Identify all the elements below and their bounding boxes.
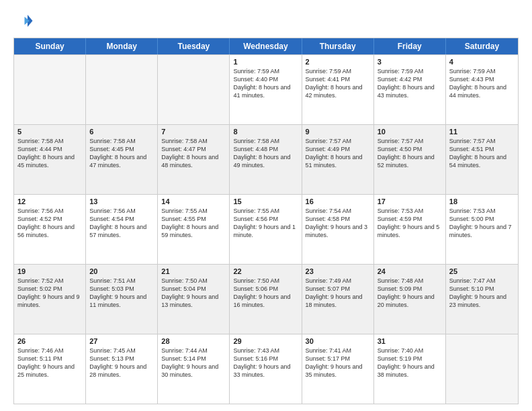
- day-number: 7: [161, 128, 226, 136]
- calendar-cell: 22Sunrise: 7:50 AM Sunset: 5:06 PM Dayli…: [230, 265, 302, 334]
- cell-text: Sunrise: 7:57 AM Sunset: 4:49 PM Dayligh…: [306, 137, 370, 170]
- day-number: 21: [161, 267, 226, 275]
- calendar-row: 5Sunrise: 7:58 AM Sunset: 4:44 PM Daylig…: [14, 124, 518, 194]
- calendar-cell: 31Sunrise: 7:40 AM Sunset: 5:19 PM Dayli…: [374, 334, 446, 404]
- day-number: 20: [89, 267, 154, 275]
- calendar-row: 19Sunrise: 7:52 AM Sunset: 5:02 PM Dayli…: [14, 264, 518, 334]
- cell-text: Sunrise: 7:53 AM Sunset: 5:00 PM Dayligh…: [449, 207, 515, 240]
- day-number: 1: [233, 58, 298, 66]
- cell-text: Sunrise: 7:56 AM Sunset: 4:52 PM Dayligh…: [17, 207, 82, 240]
- day-number: 19: [17, 267, 82, 275]
- logo-icon: [13, 11, 34, 31]
- day-number: 14: [161, 197, 226, 205]
- day-number: 3: [378, 58, 442, 66]
- cell-text: Sunrise: 7:55 AM Sunset: 4:56 PM Dayligh…: [233, 207, 298, 240]
- calendar-cell: 6Sunrise: 7:58 AM Sunset: 4:45 PM Daylig…: [86, 125, 158, 194]
- calendar-cell: 19Sunrise: 7:52 AM Sunset: 5:02 PM Dayli…: [14, 265, 86, 334]
- header-day-thursday: Thursday: [302, 38, 374, 54]
- cell-text: Sunrise: 7:59 AM Sunset: 4:41 PM Dayligh…: [306, 67, 370, 100]
- day-number: 8: [233, 128, 298, 136]
- calendar-cell: 25Sunrise: 7:47 AM Sunset: 5:10 PM Dayli…: [446, 265, 518, 334]
- cell-text: Sunrise: 7:54 AM Sunset: 4:58 PM Dayligh…: [306, 207, 370, 240]
- calendar-cell: 28Sunrise: 7:44 AM Sunset: 5:14 PM Dayli…: [158, 334, 230, 404]
- calendar-cell: 14Sunrise: 7:55 AM Sunset: 4:55 PM Dayli…: [158, 195, 230, 264]
- day-number: 24: [378, 267, 442, 275]
- calendar-cell: 3Sunrise: 7:59 AM Sunset: 4:42 PM Daylig…: [374, 55, 446, 124]
- day-number: 15: [233, 197, 298, 205]
- calendar-cell: 30Sunrise: 7:41 AM Sunset: 5:17 PM Dayli…: [302, 334, 374, 404]
- day-number: 31: [378, 337, 442, 345]
- calendar-header: SundayMondayTuesdayWednesdayThursdayFrid…: [14, 38, 518, 54]
- calendar-cell: 9Sunrise: 7:57 AM Sunset: 4:49 PM Daylig…: [302, 125, 374, 194]
- calendar-cell: 11Sunrise: 7:57 AM Sunset: 4:51 PM Dayli…: [446, 125, 518, 194]
- cell-text: Sunrise: 7:40 AM Sunset: 5:19 PM Dayligh…: [378, 347, 442, 379]
- calendar-cell: [446, 334, 518, 404]
- cell-text: Sunrise: 7:43 AM Sunset: 5:16 PM Dayligh…: [233, 347, 298, 379]
- calendar-cell: [14, 55, 86, 124]
- calendar-cell: 4Sunrise: 7:59 AM Sunset: 4:43 PM Daylig…: [446, 55, 518, 124]
- day-number: 5: [17, 128, 82, 136]
- calendar-cell: 17Sunrise: 7:53 AM Sunset: 4:59 PM Dayli…: [374, 195, 446, 264]
- cell-text: Sunrise: 7:48 AM Sunset: 5:09 PM Dayligh…: [378, 277, 442, 310]
- cell-text: Sunrise: 7:46 AM Sunset: 5:11 PM Dayligh…: [17, 347, 82, 379]
- cell-text: Sunrise: 7:59 AM Sunset: 4:40 PM Dayligh…: [233, 67, 298, 100]
- day-number: 9: [306, 128, 370, 136]
- calendar-row: 1Sunrise: 7:59 AM Sunset: 4:40 PM Daylig…: [14, 54, 518, 124]
- header-day-wednesday: Wednesday: [230, 38, 302, 54]
- day-number: 2: [306, 58, 370, 66]
- calendar-cell: 5Sunrise: 7:58 AM Sunset: 4:44 PM Daylig…: [14, 125, 86, 194]
- cell-text: Sunrise: 7:57 AM Sunset: 4:51 PM Dayligh…: [449, 137, 515, 170]
- calendar-cell: 23Sunrise: 7:49 AM Sunset: 5:07 PM Dayli…: [302, 265, 374, 334]
- calendar: SundayMondayTuesdayWednesdayThursdayFrid…: [13, 38, 519, 404]
- logo: [13, 11, 36, 31]
- cell-text: Sunrise: 7:58 AM Sunset: 4:48 PM Dayligh…: [233, 137, 298, 170]
- day-number: 30: [306, 337, 370, 345]
- page: SundayMondayTuesdayWednesdayThursdayFrid…: [0, 0, 532, 411]
- calendar-cell: 27Sunrise: 7:45 AM Sunset: 5:13 PM Dayli…: [86, 334, 158, 404]
- cell-text: Sunrise: 7:50 AM Sunset: 5:06 PM Dayligh…: [233, 277, 298, 310]
- day-number: 26: [17, 337, 82, 345]
- day-number: 6: [89, 128, 154, 136]
- cell-text: Sunrise: 7:56 AM Sunset: 4:54 PM Dayligh…: [89, 207, 154, 240]
- day-number: 11: [449, 128, 515, 136]
- header-day-tuesday: Tuesday: [158, 38, 230, 54]
- calendar-cell: 7Sunrise: 7:58 AM Sunset: 4:47 PM Daylig…: [158, 125, 230, 194]
- header-day-friday: Friday: [374, 38, 446, 54]
- day-number: 27: [89, 337, 154, 345]
- cell-text: Sunrise: 7:59 AM Sunset: 4:43 PM Dayligh…: [449, 67, 515, 100]
- calendar-cell: 2Sunrise: 7:59 AM Sunset: 4:41 PM Daylig…: [302, 55, 374, 124]
- day-number: 10: [378, 128, 442, 136]
- day-number: 16: [306, 197, 370, 205]
- day-number: 13: [89, 197, 154, 205]
- calendar-cell: 8Sunrise: 7:58 AM Sunset: 4:48 PM Daylig…: [230, 125, 302, 194]
- calendar-cell: 26Sunrise: 7:46 AM Sunset: 5:11 PM Dayli…: [14, 334, 86, 404]
- cell-text: Sunrise: 7:59 AM Sunset: 4:42 PM Dayligh…: [378, 67, 442, 100]
- day-number: 22: [233, 267, 298, 275]
- cell-text: Sunrise: 7:52 AM Sunset: 5:02 PM Dayligh…: [17, 277, 82, 310]
- calendar-cell: 18Sunrise: 7:53 AM Sunset: 5:00 PM Dayli…: [446, 195, 518, 264]
- day-number: 4: [449, 58, 515, 66]
- header-day-sunday: Sunday: [14, 38, 86, 54]
- cell-text: Sunrise: 7:44 AM Sunset: 5:14 PM Dayligh…: [161, 347, 226, 379]
- calendar-cell: 21Sunrise: 7:50 AM Sunset: 5:04 PM Dayli…: [158, 265, 230, 334]
- calendar-cell: 12Sunrise: 7:56 AM Sunset: 4:52 PM Dayli…: [14, 195, 86, 264]
- day-number: 28: [161, 337, 226, 345]
- day-number: 12: [17, 197, 82, 205]
- cell-text: Sunrise: 7:53 AM Sunset: 4:59 PM Dayligh…: [378, 207, 442, 240]
- calendar-cell: 13Sunrise: 7:56 AM Sunset: 4:54 PM Dayli…: [86, 195, 158, 264]
- header: [13, 11, 519, 31]
- calendar-cell: 29Sunrise: 7:43 AM Sunset: 5:16 PM Dayli…: [230, 334, 302, 404]
- cell-text: Sunrise: 7:51 AM Sunset: 5:03 PM Dayligh…: [89, 277, 154, 310]
- day-number: 17: [378, 197, 442, 205]
- calendar-cell: [158, 55, 230, 124]
- calendar-cell: 1Sunrise: 7:59 AM Sunset: 4:40 PM Daylig…: [230, 55, 302, 124]
- day-number: 29: [233, 337, 298, 345]
- cell-text: Sunrise: 7:57 AM Sunset: 4:50 PM Dayligh…: [378, 137, 442, 170]
- day-number: 25: [449, 267, 515, 275]
- calendar-cell: 20Sunrise: 7:51 AM Sunset: 5:03 PM Dayli…: [86, 265, 158, 334]
- cell-text: Sunrise: 7:47 AM Sunset: 5:10 PM Dayligh…: [449, 277, 515, 310]
- calendar-row: 12Sunrise: 7:56 AM Sunset: 4:52 PM Dayli…: [14, 194, 518, 264]
- calendar-body: 1Sunrise: 7:59 AM Sunset: 4:40 PM Daylig…: [14, 54, 518, 404]
- cell-text: Sunrise: 7:41 AM Sunset: 5:17 PM Dayligh…: [306, 347, 370, 379]
- header-day-saturday: Saturday: [446, 38, 518, 54]
